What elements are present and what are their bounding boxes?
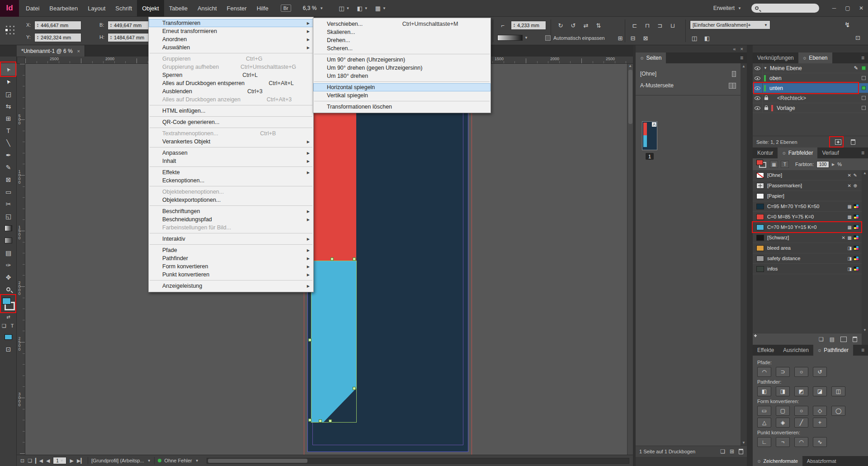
type-tool[interactable]: T: [0, 124, 17, 137]
scroll-up-icon[interactable]: ▲: [628, 64, 632, 68]
selection-handle[interactable]: [308, 418, 311, 422]
reference-point-proxy[interactable]: [5, 24, 15, 35]
menu-item[interactable]: Ausblenden Ctrl+3 ▶: [149, 87, 313, 95]
tab-kontur[interactable]: Kontur: [753, 147, 778, 158]
rotate-90-cw-button[interactable]: ↻: [555, 21, 566, 30]
gap-tool[interactable]: ⇆: [0, 100, 17, 112]
stroke-type-preview[interactable]: [497, 35, 523, 41]
content-collector-tool[interactable]: ⊞: [0, 112, 17, 124]
gradient-swatch-tool[interactable]: [0, 222, 17, 234]
screen-mode-menu-button[interactable]: ◧ ▼: [357, 5, 368, 12]
Vorlage[interactable]: ▼ Vorlage ✎: [753, 103, 868, 113]
menubar-item[interactable]: Schrift: [110, 0, 137, 17]
menu-item[interactable]: Form konvertieren ▶: [149, 262, 313, 271]
selection-indicator[interactable]: [862, 66, 866, 70]
gradient-feather-tool[interactable]: [0, 234, 17, 247]
scroll-up-icon[interactable]: ▲: [742, 64, 745, 68]
menu-item[interactable]: Pfade ▶: [149, 246, 313, 254]
export-icon[interactable]: ❏: [28, 458, 32, 464]
convert-plus-button[interactable]: +: [813, 418, 827, 428]
menubar-item[interactable]: Objekt: [137, 0, 164, 17]
menu-item[interactable]: Alles auf Druckbogen entsperren Ctrl+Alt…: [149, 79, 313, 87]
Meine Ebene[interactable]: ▼ Meine Ebene ✎: [753, 63, 868, 73]
menu-item[interactable]: Transformationen löschen: [313, 103, 491, 111]
unten[interactable]: ▼ unten ✎: [753, 83, 868, 93]
page-number-field[interactable]: 1 ▼: [53, 457, 66, 464]
panel-options-icon[interactable]: ⊡: [855, 34, 860, 41]
menubar-item[interactable]: Ansicht: [193, 0, 222, 17]
safety distance[interactable]: safety distance ◨: [753, 253, 862, 264]
stepper-icon[interactable]: ▲▼: [37, 35, 39, 40]
selection-indicator[interactable]: [862, 86, 866, 90]
corner-options-icon[interactable]: ⌐: [497, 21, 508, 30]
flip-vertical-button[interactable]: ⇅: [593, 21, 604, 30]
menu-item[interactable]: [313, 80, 491, 83]
autofit-checkbox[interactable]: [545, 35, 551, 41]
horizontal-scrollbar[interactable]: [207, 458, 629, 464]
menu-item[interactable]: Eckenoptionen... ▶: [149, 176, 313, 185]
menu-item[interactable]: Punkt konvertieren ▶: [149, 271, 313, 279]
align-right-button[interactable]: ⊐: [655, 21, 665, 30]
rectangle-frame-tool[interactable]: ⊠: [0, 173, 17, 185]
menu-item[interactable]: Anzeigeleistung ▶: [149, 282, 313, 290]
bridge-button[interactable]: Br: [281, 5, 291, 12]
selection-indicator[interactable]: [862, 96, 866, 100]
selection-handle[interactable]: [319, 419, 322, 423]
selection-indicator[interactable]: [862, 106, 866, 110]
search-input[interactable]: [761, 5, 816, 11]
menu-item[interactable]: Um 90° drehen (gegen Uhrzeigersinn): [313, 64, 491, 72]
menu-item[interactable]: Beschneidungspfad ▶: [149, 215, 313, 223]
spread-view-icon[interactable]: ❏: [720, 448, 725, 455]
menubar-item[interactable]: Datei: [21, 0, 44, 17]
C=95 M=70 Y=50 K=50[interactable]: C=95 M=70 Y=50 K=50 ▦: [753, 201, 862, 212]
tab-ausrichten[interactable]: Ausrichten: [778, 345, 813, 356]
page-1-thumbnail[interactable]: A: [642, 121, 657, 150]
tab-seiten[interactable]: ≎ Seiten: [636, 52, 666, 63]
note-tool[interactable]: ▤: [0, 247, 17, 259]
tab-ebenen[interactable]: ≎ Ebenen: [798, 52, 832, 63]
formatting-container-icon[interactable]: ▦: [770, 161, 778, 168]
hand-tool[interactable]: ✥: [0, 271, 17, 283]
distribute-button[interactable]: ⊔: [667, 21, 678, 30]
menu-item[interactable]: Pathfinder ▶: [149, 254, 313, 262]
convert-line-button[interactable]: ╱: [794, 418, 808, 428]
visibility-toggle[interactable]: [753, 63, 763, 73]
stepper-icon[interactable]: ▲▼: [37, 23, 39, 28]
first-page-icon[interactable]: ▎◀: [35, 458, 43, 464]
collapse-panel-icon[interactable]: «: [733, 46, 736, 52]
menu-item[interactable]: Anpassen ▶: [149, 149, 313, 157]
minimize-button[interactable]: ─: [827, 0, 841, 17]
convert-triangle-button[interactable]: △: [757, 418, 771, 428]
line-tool[interactable]: ╲: [0, 137, 17, 149]
free-transform-tool[interactable]: ◱: [0, 210, 17, 222]
delete-swatch-button[interactable]: [853, 337, 857, 342]
menu-item[interactable]: ▶: [149, 165, 313, 168]
tab-verlauf[interactable]: Verlauf: [817, 147, 843, 158]
visibility-toggle[interactable]: [753, 73, 763, 83]
stepper-icon[interactable]: ▲▼: [110, 23, 112, 28]
selection-tool[interactable]: ➤: [0, 63, 17, 76]
menu-item[interactable]: Transformieren ▶: [149, 19, 313, 27]
stepper-icon[interactable]: ▲▼: [110, 35, 112, 40]
menu-item[interactable]: Vertikal spiegeln: [313, 91, 491, 100]
corner-point-button[interactable]: ¬: [776, 437, 790, 447]
panel-menu-icon[interactable]: ≡: [858, 345, 868, 356]
join-path-button[interactable]: ◠: [757, 367, 771, 377]
menu-item[interactable]: Beschriftungen ▶: [149, 207, 313, 215]
selection-handle[interactable]: [329, 419, 332, 423]
width-field[interactable]: ▲▼ 449,647 mm: [108, 21, 155, 30]
x-field[interactable]: ▲▼ 446,647 mm: [34, 21, 81, 30]
page-number-badge[interactable]: 1: [646, 153, 654, 160]
pen-tool[interactable]: ✒: [0, 149, 17, 161]
scroll-down-icon[interactable]: ▼: [863, 328, 867, 332]
y-field[interactable]: ▲▼ 2492,324 mm: [34, 33, 81, 42]
arrange-documents-button[interactable]: ▦ ▼: [375, 5, 386, 12]
[Ohne][interactable]: [Ohne] ✕ ✎: [753, 170, 862, 181]
ruler-origin-corner[interactable]: [17, 57, 25, 64]
rectangle-tool[interactable]: ▭: [0, 185, 17, 198]
menu-item[interactable]: Horizontal spiegeln: [313, 83, 491, 91]
folder-icon[interactable]: ▤: [830, 336, 835, 342]
scissors-tool[interactable]: ✂: [0, 198, 17, 210]
canvas-vertical-scrollbar[interactable]: ▲: [627, 64, 633, 455]
tab-verknuepfungen[interactable]: Verknüpfungen: [753, 52, 798, 63]
